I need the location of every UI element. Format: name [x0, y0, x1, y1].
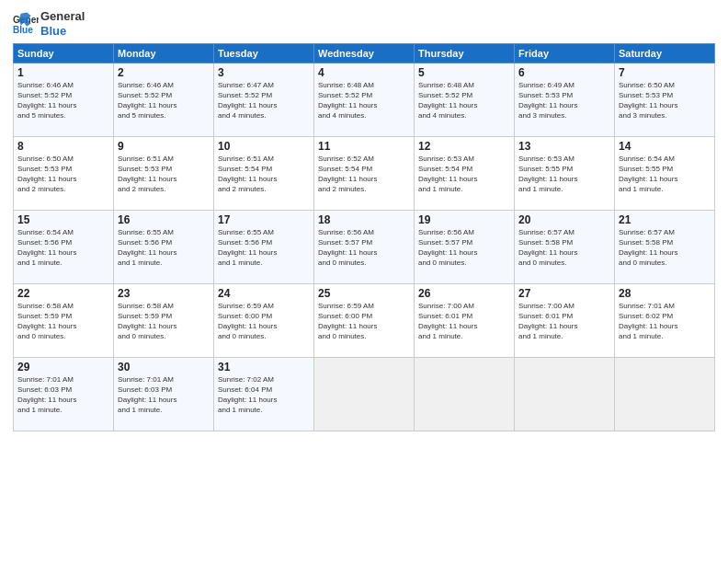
col-header-sunday: Sunday [14, 44, 114, 63]
cell-info: Sunrise: 7:01 AMSunset: 6:03 PMDaylight:… [17, 375, 109, 415]
day-number: 14 [619, 140, 711, 153]
calendar-cell: 7Sunrise: 6:50 AMSunset: 5:53 PMDaylight… [615, 63, 715, 137]
day-number: 22 [17, 287, 109, 300]
page-header: General Blue General Blue [13, 9, 715, 38]
calendar-cell: 15Sunrise: 6:54 AMSunset: 5:56 PMDayligh… [14, 211, 114, 284]
cell-info: Sunrise: 6:56 AMSunset: 5:57 PMDaylight:… [318, 228, 410, 268]
cell-info: Sunrise: 6:51 AMSunset: 5:54 PMDaylight:… [218, 155, 310, 194]
cell-info: Sunrise: 6:48 AMSunset: 5:52 PMDaylight:… [318, 81, 410, 121]
logo-line1: General [40, 9, 85, 24]
day-number: 28 [619, 287, 711, 300]
logo-line2: Blue [40, 24, 85, 39]
col-header-tuesday: Tuesday [214, 44, 314, 63]
cell-info: Sunrise: 6:53 AMSunset: 5:55 PMDaylight:… [518, 155, 610, 194]
calendar: SundayMondayTuesdayWednesdayThursdayFrid… [13, 43, 715, 431]
calendar-cell: 10Sunrise: 6:51 AMSunset: 5:54 PMDayligh… [214, 137, 314, 211]
cell-info: Sunrise: 6:57 AMSunset: 5:58 PMDaylight:… [619, 228, 711, 268]
calendar-cell: 26Sunrise: 7:00 AMSunset: 6:01 PMDayligh… [415, 284, 515, 358]
calendar-week-row: 1Sunrise: 6:46 AMSunset: 5:52 PMDaylight… [14, 63, 715, 137]
day-number: 20 [518, 213, 610, 226]
calendar-cell: 3Sunrise: 6:47 AMSunset: 5:52 PMDaylight… [214, 63, 314, 137]
day-number: 23 [118, 287, 210, 300]
day-number: 11 [318, 140, 410, 153]
calendar-cell: 19Sunrise: 6:56 AMSunset: 5:57 PMDayligh… [415, 211, 515, 284]
cell-info: Sunrise: 6:47 AMSunset: 5:52 PMDaylight:… [218, 81, 310, 121]
day-number: 17 [218, 213, 310, 226]
day-number: 7 [619, 66, 711, 79]
calendar-cell: 18Sunrise: 6:56 AMSunset: 5:57 PMDayligh… [314, 211, 415, 284]
cell-info: Sunrise: 6:54 AMSunset: 5:55 PMDaylight:… [619, 155, 711, 194]
cell-info: Sunrise: 6:48 AMSunset: 5:52 PMDaylight:… [418, 81, 510, 121]
col-header-wednesday: Wednesday [314, 44, 415, 63]
cell-info: Sunrise: 6:56 AMSunset: 5:57 PMDaylight:… [418, 228, 510, 268]
calendar-cell: 22Sunrise: 6:58 AMSunset: 5:59 PMDayligh… [14, 284, 114, 358]
day-number: 18 [318, 213, 410, 226]
calendar-cell: 30Sunrise: 7:01 AMSunset: 6:03 PMDayligh… [114, 358, 214, 431]
cell-info: Sunrise: 6:58 AMSunset: 5:59 PMDaylight:… [17, 302, 109, 341]
calendar-cell: 2Sunrise: 6:46 AMSunset: 5:52 PMDaylight… [114, 63, 214, 137]
cell-info: Sunrise: 6:50 AMSunset: 5:53 PMDaylight:… [17, 155, 109, 194]
calendar-cell: 23Sunrise: 6:58 AMSunset: 5:59 PMDayligh… [114, 284, 214, 358]
day-number: 31 [218, 361, 310, 373]
col-header-friday: Friday [515, 44, 615, 63]
calendar-cell: 1Sunrise: 6:46 AMSunset: 5:52 PMDaylight… [14, 63, 114, 137]
cell-info: Sunrise: 6:52 AMSunset: 5:54 PMDaylight:… [318, 155, 410, 194]
cell-info: Sunrise: 6:59 AMSunset: 6:00 PMDaylight:… [318, 302, 410, 341]
calendar-cell: 8Sunrise: 6:50 AMSunset: 5:53 PMDaylight… [14, 137, 114, 211]
calendar-cell: 13Sunrise: 6:53 AMSunset: 5:55 PMDayligh… [515, 137, 615, 211]
col-header-thursday: Thursday [415, 44, 515, 63]
calendar-week-row: 8Sunrise: 6:50 AMSunset: 5:53 PMDaylight… [14, 137, 715, 211]
calendar-week-row: 22Sunrise: 6:58 AMSunset: 5:59 PMDayligh… [14, 284, 715, 358]
calendar-cell: 24Sunrise: 6:59 AMSunset: 6:00 PMDayligh… [214, 284, 314, 358]
day-number: 27 [518, 287, 610, 300]
cell-info: Sunrise: 7:02 AMSunset: 6:04 PMDaylight:… [218, 375, 310, 415]
calendar-cell [314, 358, 415, 431]
cell-info: Sunrise: 6:49 AMSunset: 5:53 PMDaylight:… [518, 81, 610, 121]
calendar-cell: 5Sunrise: 6:48 AMSunset: 5:52 PMDaylight… [415, 63, 515, 137]
day-number: 30 [118, 361, 210, 373]
day-number: 1 [17, 66, 109, 79]
day-number: 10 [218, 140, 310, 153]
cell-info: Sunrise: 6:59 AMSunset: 6:00 PMDaylight:… [218, 302, 310, 341]
calendar-cell: 28Sunrise: 7:01 AMSunset: 6:02 PMDayligh… [615, 284, 715, 358]
cell-info: Sunrise: 6:54 AMSunset: 5:56 PMDaylight:… [17, 228, 109, 268]
day-number: 21 [619, 213, 711, 226]
cell-info: Sunrise: 7:00 AMSunset: 6:01 PMDaylight:… [418, 302, 510, 341]
day-number: 5 [418, 66, 510, 79]
cell-info: Sunrise: 6:51 AMSunset: 5:53 PMDaylight:… [118, 155, 210, 194]
day-number: 6 [518, 66, 610, 79]
day-number: 25 [318, 287, 410, 300]
calendar-cell: 14Sunrise: 6:54 AMSunset: 5:55 PMDayligh… [615, 137, 715, 211]
day-number: 2 [118, 66, 210, 79]
calendar-cell: 20Sunrise: 6:57 AMSunset: 5:58 PMDayligh… [515, 211, 615, 284]
col-header-monday: Monday [114, 44, 214, 63]
calendar-cell: 16Sunrise: 6:55 AMSunset: 5:56 PMDayligh… [114, 211, 214, 284]
cell-info: Sunrise: 6:58 AMSunset: 5:59 PMDaylight:… [118, 302, 210, 341]
day-number: 26 [418, 287, 510, 300]
cell-info: Sunrise: 7:00 AMSunset: 6:01 PMDaylight:… [518, 302, 610, 341]
calendar-cell [515, 358, 615, 431]
svg-text:Blue: Blue [13, 25, 33, 35]
cell-info: Sunrise: 6:55 AMSunset: 5:56 PMDaylight:… [218, 228, 310, 268]
day-number: 9 [118, 140, 210, 153]
calendar-cell: 12Sunrise: 6:53 AMSunset: 5:54 PMDayligh… [415, 137, 515, 211]
day-number: 29 [17, 361, 109, 373]
day-number: 8 [17, 140, 109, 153]
col-header-saturday: Saturday [615, 44, 715, 63]
calendar-week-row: 15Sunrise: 6:54 AMSunset: 5:56 PMDayligh… [14, 211, 715, 284]
day-number: 3 [218, 66, 310, 79]
calendar-header-row: SundayMondayTuesdayWednesdayThursdayFrid… [14, 44, 715, 63]
day-number: 24 [218, 287, 310, 300]
day-number: 16 [118, 213, 210, 226]
day-number: 12 [418, 140, 510, 153]
calendar-cell: 6Sunrise: 6:49 AMSunset: 5:53 PMDaylight… [515, 63, 615, 137]
calendar-cell: 11Sunrise: 6:52 AMSunset: 5:54 PMDayligh… [314, 137, 415, 211]
calendar-cell: 4Sunrise: 6:48 AMSunset: 5:52 PMDaylight… [314, 63, 415, 137]
calendar-cell: 9Sunrise: 6:51 AMSunset: 5:53 PMDaylight… [114, 137, 214, 211]
calendar-cell: 21Sunrise: 6:57 AMSunset: 5:58 PMDayligh… [615, 211, 715, 284]
day-number: 4 [318, 66, 410, 79]
cell-info: Sunrise: 6:55 AMSunset: 5:56 PMDaylight:… [118, 228, 210, 268]
calendar-cell: 29Sunrise: 7:01 AMSunset: 6:03 PMDayligh… [14, 358, 114, 431]
day-number: 15 [17, 213, 109, 226]
calendar-cell: 31Sunrise: 7:02 AMSunset: 6:04 PMDayligh… [214, 358, 314, 431]
